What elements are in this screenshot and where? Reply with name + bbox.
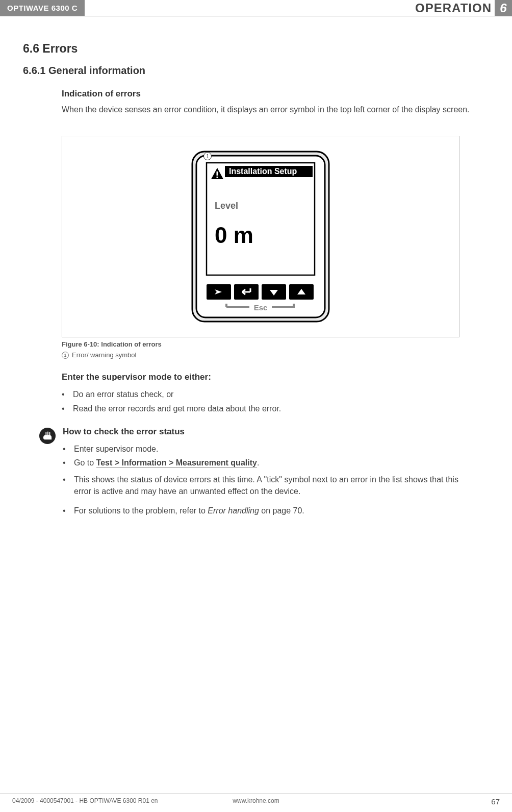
footer-page-number: 67 [491, 797, 500, 806]
device-esc-label: Esc [254, 303, 268, 312]
bullet-enter-supervisor: Enter supervisor mode. [63, 442, 464, 456]
bullet-read-records: Read the error records and get more data… [62, 402, 484, 415]
section-title: OPERATION [415, 1, 492, 15]
device-measure-label: Level [215, 201, 238, 211]
figure-annotation: 1 Error/ warning symbol [62, 351, 484, 359]
bullet-do-check: Do an error status check, or [62, 387, 484, 401]
hand-icon [39, 428, 56, 444]
page-header: OPTIWAVE 6300 C OPERATION 6 [0, 0, 512, 16]
heading-indication: Indication of errors [62, 89, 484, 99]
bullet-go-to-test: Go to Test > Information > Measurement q… [63, 456, 464, 470]
annotation-label: Error/ warning symbol [72, 351, 136, 359]
page-content: 6.6 Errors 6.6.1 General information Ind… [0, 16, 512, 518]
solution-bullets: For solutions to the problem, refer to E… [63, 504, 464, 518]
note-block: How to check the error status Enter supe… [39, 427, 484, 518]
svg-rect-3 [217, 171, 218, 176]
product-name: OPTIWAVE 6300 C [0, 0, 85, 16]
svg-rect-2 [207, 163, 315, 275]
device-header-label: Installation Setup [229, 167, 297, 176]
figure-caption: Figure 6-10: Indication of errors [62, 340, 484, 348]
device-display-illustration: Installation Setup Level 0 m [189, 149, 332, 325]
page-footer: 04/2009 - 4000547001 - HB OPTIWAVE 6300 … [0, 794, 512, 806]
result-bullets: This shows the status of device errors a… [63, 473, 464, 498]
footer-url: www.krohne.com [233, 797, 279, 804]
device-measure-value: 0 m [215, 223, 253, 248]
heading-6-6: 6.6 Errors [23, 42, 484, 56]
annotation-number: 1 [62, 352, 69, 359]
check-status-bullets: Enter supervisor mode. Go to Test > Info… [63, 442, 464, 470]
chapter-number: 6 [495, 0, 512, 16]
bullet-solutions: For solutions to the problem, refer to E… [63, 504, 464, 518]
section-label: OPERATION 6 [415, 0, 512, 16]
bullet-status-desc: This shows the status of device errors a… [63, 473, 464, 498]
heading-supervisor: Enter the supervisor mode to either: [62, 372, 484, 382]
heading-check-status: How to check the error status [63, 427, 464, 437]
heading-6-6-1: 6.6.1 General information [23, 65, 484, 77]
svg-rect-4 [217, 177, 218, 178]
intro-paragraph: When the device senses an error conditio… [62, 104, 484, 115]
supervisor-bullets: Do an error status check, or Read the er… [62, 387, 484, 415]
footer-doc-id: 04/2009 - 4000547001 - HB OPTIWAVE 6300 … [12, 797, 158, 806]
figure-6-10: 1 Installation Setup Level 0 [62, 136, 459, 337]
